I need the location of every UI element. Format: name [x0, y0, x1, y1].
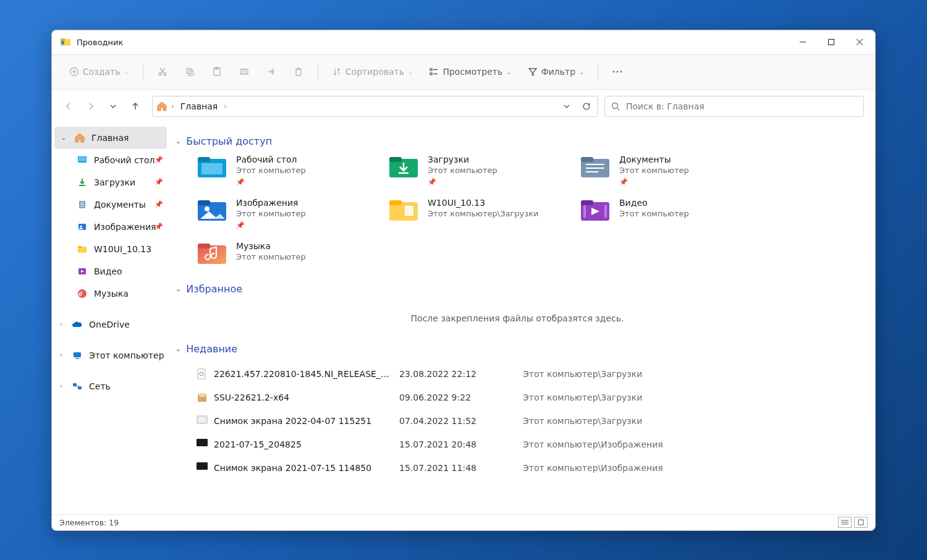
- svg-rect-15: [188, 70, 193, 75]
- quick-access-grid: Рабочий столЭтот компьютер📌 ЗагрузкиЭтот…: [172, 155, 863, 266]
- view-toggle: [838, 517, 868, 528]
- sort-button[interactable]: Сортировать ⌄: [326, 61, 420, 83]
- sidebar-item-pictures[interactable]: Изображения 📌: [52, 216, 169, 238]
- svg-text:A: A: [242, 69, 245, 75]
- sidebar-item-documents[interactable]: Документы 📌: [52, 193, 169, 216]
- sidebar-item-home[interactable]: ⌄ Главная: [54, 127, 167, 149]
- back-button[interactable]: [58, 96, 79, 117]
- pin-icon: 📌: [154, 200, 163, 208]
- rename-button[interactable]: A: [232, 61, 256, 83]
- sidebar-item-w10ui[interactable]: W10UI_10.13: [52, 238, 169, 260]
- quick-item-desktop[interactable]: Рабочий столЭтот компьютер📌: [197, 155, 370, 187]
- details-view-button[interactable]: [838, 517, 852, 528]
- new-button[interactable]: Создать ⌄: [63, 61, 135, 83]
- quick-item-documents[interactable]: ДокументыЭтот компьютер📌: [580, 155, 753, 187]
- delete-button[interactable]: [287, 61, 310, 83]
- svg-rect-68: [583, 205, 586, 218]
- address-bar[interactable]: › Главная ›: [152, 96, 598, 117]
- separator: [598, 63, 598, 80]
- recent-name: SSU-22621.2-x64: [214, 392, 399, 402]
- search-input[interactable]: [626, 101, 857, 111]
- sidebar-item-desktop[interactable]: Рабочий стол 📌: [52, 149, 169, 171]
- svg-point-31: [612, 103, 618, 108]
- recent-list: 22621.457.220810-1845.NI_RELEASE_SVC_PR.…: [172, 362, 863, 480]
- explorer-icon: [61, 37, 70, 47]
- chevron-down-icon: ⌄: [408, 69, 413, 75]
- refresh-button[interactable]: [578, 98, 595, 115]
- share-button[interactable]: [260, 61, 283, 83]
- svg-point-62: [205, 206, 210, 211]
- section-header-recent[interactable]: ⌄ Недавние: [172, 338, 863, 362]
- folder-icon: [77, 244, 88, 255]
- section-header-favorites[interactable]: ⌄ Избранное: [172, 278, 863, 302]
- folder-icon: [388, 198, 419, 223]
- recent-locations-button[interactable]: [103, 96, 124, 117]
- maximize-button[interactable]: [817, 30, 845, 54]
- sidebar-item-network[interactable]: › Сеть: [52, 375, 169, 397]
- recent-row[interactable]: Снимок экрана 2022-04-07 115251 07.04.20…: [197, 409, 863, 433]
- svg-line-32: [617, 108, 619, 110]
- recent-row[interactable]: 2021-07-15_204825 15.07.2021 20:48 Этот …: [197, 433, 863, 456]
- paste-button[interactable]: [205, 61, 229, 83]
- home-icon: [74, 132, 85, 143]
- svg-rect-75: [199, 393, 205, 397]
- image-icon: [197, 462, 208, 473]
- recent-row[interactable]: 22621.457.220810-1845.NI_RELEASE_SVC_PR.…: [197, 362, 863, 386]
- explorer-window: Проводник Создать ⌄ A Сортировать ⌄ Прос…: [51, 30, 876, 531]
- sidebar-item-label: W10UI_10.13: [94, 244, 151, 254]
- new-button-label: Создать: [83, 67, 120, 77]
- breadcrumb-segment[interactable]: Главная: [177, 100, 221, 112]
- svg-rect-42: [78, 246, 82, 248]
- view-button[interactable]: Просмотреть ⌄: [423, 61, 517, 83]
- quick-item-music[interactable]: МузыкаЭтот компьютер: [197, 241, 370, 266]
- nav-buttons: [58, 96, 146, 117]
- svg-rect-64: [389, 200, 402, 205]
- svg-rect-24: [430, 69, 432, 70]
- quick-item-pictures[interactable]: ИзображенияЭтот компьютер📌: [197, 198, 370, 230]
- quick-item-downloads[interactable]: ЗагрузкиЭтот компьютер📌: [388, 155, 561, 187]
- forward-button[interactable]: [80, 96, 101, 117]
- svg-rect-54: [389, 157, 402, 162]
- recent-path: Этот компьютер\Изображения: [523, 439, 708, 449]
- expand-icon: ›: [57, 352, 66, 358]
- quick-item-w10ui[interactable]: W10UI_10.13Этот компьютер\Загрузки: [388, 198, 561, 230]
- up-button[interactable]: [125, 96, 146, 117]
- svg-point-28: [613, 71, 615, 73]
- address-dropdown-button[interactable]: [558, 98, 575, 115]
- sidebar-item-music[interactable]: Музыка: [52, 282, 169, 305]
- svg-point-29: [617, 71, 619, 73]
- recent-date: 07.04.2022 11:52: [399, 416, 523, 426]
- svg-rect-14: [187, 69, 192, 74]
- chevron-down-icon: ⌄: [176, 137, 181, 145]
- recent-row[interactable]: SSU-22621.2-x64 09.06.2022 9:22 Этот ком…: [197, 386, 863, 409]
- breadcrumb-separator: ›: [171, 102, 174, 111]
- close-button[interactable]: [845, 30, 874, 54]
- sidebar-item-label: Этот компьютер: [89, 350, 164, 360]
- file-icon: [197, 368, 208, 380]
- sidebar-item-this-pc[interactable]: › Этот компьютер: [52, 344, 169, 367]
- window-controls: [789, 30, 874, 54]
- cut-button[interactable]: [151, 61, 174, 83]
- search-box[interactable]: [604, 96, 864, 117]
- sidebar-item-onedrive[interactable]: › OneDrive: [52, 313, 169, 336]
- filter-button[interactable]: Фильтр ⌄: [522, 61, 591, 83]
- quick-item-videos[interactable]: ВидеоЭтот компьютер: [580, 198, 753, 230]
- section-header-quick[interactable]: ⌄ Быстрый доступ: [172, 130, 863, 155]
- icons-view-button[interactable]: [854, 517, 868, 528]
- body: ⌄ Главная Рабочий стол 📌 Загрузки 📌 Доку…: [52, 123, 875, 514]
- sidebar-item-label: Изображения: [94, 222, 156, 232]
- recent-row[interactable]: Снимок экрана 2021-07-15 114850 15.07.20…: [197, 456, 863, 480]
- svg-rect-56: [581, 157, 593, 162]
- copy-button[interactable]: [178, 61, 201, 83]
- chevron-down-icon: ⌄: [176, 345, 181, 353]
- svg-rect-1: [61, 38, 65, 41]
- sidebar-item-videos[interactable]: Видео: [52, 260, 169, 282]
- svg-rect-78: [197, 462, 208, 470]
- sidebar-item-downloads[interactable]: Загрузки 📌: [52, 171, 169, 193]
- more-button[interactable]: [606, 61, 629, 83]
- status-items-count: 19: [109, 518, 119, 527]
- pin-icon: 📌: [154, 156, 163, 164]
- minimize-button[interactable]: [789, 30, 817, 54]
- quick-item-sub: Этот компьютер: [619, 166, 689, 175]
- titlebar: Проводник: [52, 30, 875, 55]
